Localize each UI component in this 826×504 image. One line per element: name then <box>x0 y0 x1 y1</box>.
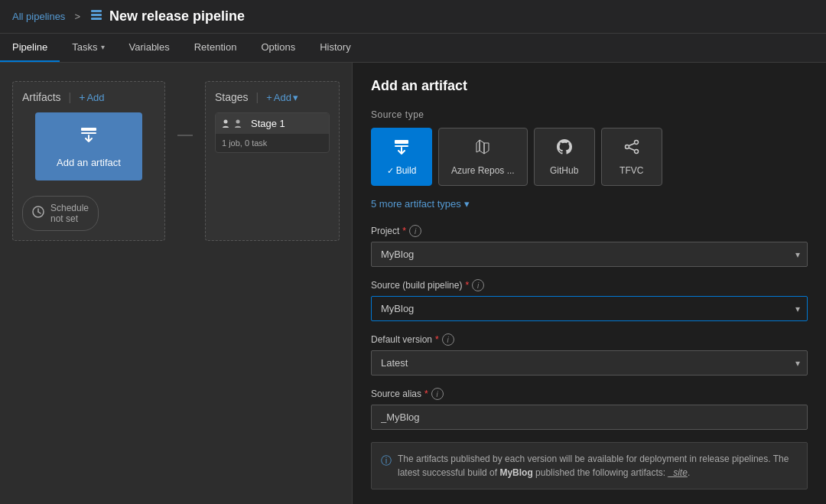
source-alias-input[interactable] <box>371 405 808 430</box>
artifacts-separator: | <box>69 91 72 103</box>
artifacts-label: Artifacts <box>22 91 61 103</box>
stage-meta: 1 job, 0 task <box>216 134 329 152</box>
project-select-wrapper: MyBlog ▾ <box>371 242 808 267</box>
main-content: Artifacts | + Add <box>0 63 826 504</box>
svg-rect-3 <box>81 128 96 131</box>
github-label: GitHub <box>550 165 578 176</box>
artifact-card-label: Add an artifact <box>57 157 121 168</box>
tasks-chevron-icon: ▾ <box>101 43 105 51</box>
artifact-card[interactable]: Add an artifact <box>35 112 142 180</box>
pipeline-title: New release pipeline <box>109 8 245 24</box>
stages-box: Stages | + Add ▾ <box>205 81 340 241</box>
stages-chevron-icon: ▾ <box>293 92 298 103</box>
stages-separator: | <box>256 91 259 103</box>
source-label: Source (build pipeline) * i <box>371 279 808 291</box>
source-type-row: ✓ Build Azure Repos ... <box>371 128 808 186</box>
source-type-build[interactable]: ✓ Build <box>371 128 432 186</box>
svg-line-16 <box>629 148 634 151</box>
svg-rect-10 <box>395 140 408 144</box>
project-info-icon[interactable]: i <box>409 225 421 237</box>
default-version-required-star: * <box>435 334 439 345</box>
default-version-select[interactable]: Latest Specific version Latest from spec… <box>371 350 808 376</box>
stages-plus-icon: + <box>266 92 272 103</box>
artifacts-header: Artifacts | + Add <box>22 91 155 103</box>
svg-point-9 <box>236 119 240 123</box>
stage-card[interactable]: Stage 1 1 job, 0 task <box>215 112 330 153</box>
azure-repos-label: Azure Repos ... <box>451 165 515 176</box>
default-version-label: Default version * i <box>371 333 808 346</box>
project-group: Project * i MyBlog ▾ <box>371 225 808 267</box>
tab-variables[interactable]: Variables <box>117 33 182 62</box>
default-version-select-wrapper: Latest Specific version Latest from spec… <box>371 350 808 376</box>
svg-line-15 <box>629 144 634 146</box>
tab-tasks[interactable]: Tasks ▾ <box>60 33 116 62</box>
stages-label: Stages <box>215 91 249 103</box>
info-box-icon: ⓘ <box>381 453 392 480</box>
svg-point-8 <box>224 119 228 123</box>
svg-rect-1 <box>91 14 102 16</box>
source-alias-label: Source alias * i <box>371 388 808 400</box>
svg-rect-2 <box>91 18 102 20</box>
source-type-tfvc[interactable]: TFVC <box>601 128 662 186</box>
more-types-chevron-icon: ▾ <box>464 198 470 210</box>
info-box-text: The artifacts published by each version … <box>398 452 798 480</box>
source-type-github[interactable]: GitHub <box>534 128 595 186</box>
canvas-panel: Artifacts | + Add <box>0 63 352 504</box>
more-types-label: 5 more artifact types <box>371 198 461 210</box>
stage-persons-icon <box>222 119 245 129</box>
breadcrumb-all-link[interactable]: All pipelines <box>12 11 65 22</box>
tab-history[interactable]: History <box>307 33 363 62</box>
breadcrumb-separator: > <box>74 11 80 22</box>
stages-header: Stages | + Add ▾ <box>215 91 330 103</box>
connector-area <box>177 81 193 241</box>
source-alias-info-icon[interactable]: i <box>431 388 444 400</box>
svg-rect-11 <box>395 145 408 147</box>
tab-options[interactable]: Options <box>249 33 307 62</box>
source-alias-required-star: * <box>424 389 428 399</box>
artifacts-box: Artifacts | + Add <box>12 81 165 241</box>
tab-retention[interactable]: Retention <box>182 33 249 62</box>
source-alias-group: Source alias * i <box>371 388 808 430</box>
svg-line-7 <box>38 212 41 213</box>
tab-pipeline[interactable]: Pipeline <box>0 33 60 62</box>
tfvc-icon <box>623 138 641 161</box>
svg-point-12 <box>625 145 629 149</box>
source-type-azure-repos[interactable]: Azure Repos ... <box>438 128 528 186</box>
svg-rect-4 <box>81 132 96 134</box>
stages-add-link[interactable]: + Add ▾ <box>266 92 298 103</box>
stage-name: Stage 1 <box>251 118 285 129</box>
more-types-link[interactable]: 5 more artifact types ▾ <box>371 198 808 210</box>
build-icon <box>392 138 411 161</box>
default-version-info-icon[interactable]: i <box>442 333 454 346</box>
project-select[interactable]: MyBlog <box>371 242 808 267</box>
schedule-icon <box>32 206 44 221</box>
info-box: ⓘ The artifacts published by each versio… <box>371 442 808 489</box>
panel-title: Add an artifact <box>371 78 808 94</box>
canvas-row: Artifacts | + Add <box>12 81 340 241</box>
connector-line <box>177 135 193 136</box>
project-label: Project * i <box>371 225 808 237</box>
source-select-wrapper: MyBlog ▾ <box>371 296 808 321</box>
artifact-card-icon <box>78 125 99 151</box>
svg-rect-0 <box>91 10 102 12</box>
azure-repos-icon <box>473 138 492 161</box>
source-group: Source (build pipeline) * i MyBlog ▾ <box>371 279 808 321</box>
svg-point-13 <box>634 141 638 145</box>
header: All pipelines > New release pipeline <box>0 0 826 34</box>
navbar: Pipeline Tasks ▾ Variables Retention Opt… <box>0 34 826 63</box>
source-info-icon[interactable]: i <box>472 279 484 291</box>
artifacts-plus-icon: + <box>79 91 85 103</box>
svg-point-14 <box>634 150 638 154</box>
default-version-group: Default version * i Latest Specific vers… <box>371 333 808 376</box>
github-icon <box>555 138 574 161</box>
artifact-panel: Add an artifact Source type ✓ <box>352 63 826 504</box>
project-required-star: * <box>402 226 406 236</box>
artifacts-add-link[interactable]: + Add <box>79 91 104 103</box>
stage-card-top: Stage 1 <box>216 113 329 134</box>
source-type-label: Source type <box>371 109 808 120</box>
source-select[interactable]: MyBlog <box>371 296 808 321</box>
source-required-star: * <box>465 280 469 291</box>
tfvc-label: TFVC <box>620 165 643 176</box>
schedule-box[interactable]: Schedule not set <box>22 196 99 231</box>
schedule-text: Schedule not set <box>50 203 89 224</box>
